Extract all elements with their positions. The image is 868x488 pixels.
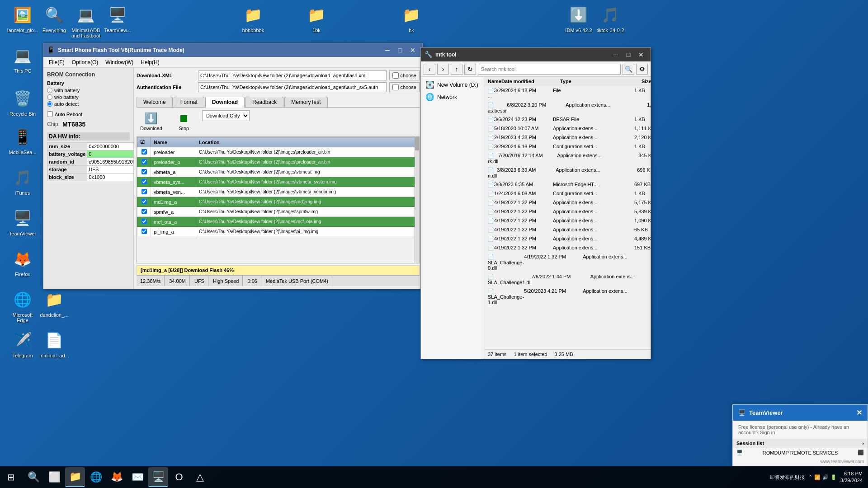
systray-up-arrow[interactable]: ⌃: [808, 474, 812, 480]
taskbar-icon-edge[interactable]: 🌐: [86, 467, 106, 487]
file-table-scroll[interactable]: ☑ Name Location preloader C:\Users\Thu Y…: [137, 137, 419, 236]
tv-session-item[interactable]: 🖥️ ROMDUMP REMOTE SERVICES ⬛: [733, 448, 868, 457]
taskbar-icon-mail[interactable]: ✉️: [127, 467, 147, 487]
list-item[interactable]: 📄 4/19/2022 1:32 PM Application extens..…: [484, 244, 651, 253]
file-checkbox-5[interactable]: [137, 197, 151, 207]
list-item[interactable]: 📄 2/19/2023 4:38 PM Application extens..…: [484, 133, 651, 142]
nav-new-volume[interactable]: 💽 New Volume (D:): [423, 79, 482, 91]
list-item[interactable]: 📄 rk.dll 7/20/2016 12:14 AM Application …: [484, 151, 651, 166]
desktop-icon-tiktok[interactable]: 🎵 tiktok-34-0-2: [592, 2, 628, 35]
mtk-back-button[interactable]: ‹: [424, 64, 435, 75]
tab-download[interactable]: Download: [205, 97, 245, 108]
table-row[interactable]: spmfw_a C:\Users\Thu Ya\Desktop\New fold…: [137, 207, 419, 217]
wo-battery-option[interactable]: w/o battery: [47, 94, 130, 100]
auto-reboot-checkbox[interactable]: [47, 111, 53, 117]
download-xml-input[interactable]: [198, 70, 387, 80]
table-row[interactable]: vbmeta_a C:\Users\Thu Ya\Desktop\New fol…: [137, 167, 419, 177]
desktop-icon-bbbbbbbk[interactable]: 📁 bbbbbbbk: [235, 2, 271, 35]
mtk-forward-button[interactable]: ›: [437, 64, 449, 75]
desktop-icon-lancelot[interactable]: 🖼️ lancelot_glo...: [5, 2, 41, 35]
table-row[interactable]: preloader C:\Users\Thu Ya\Desktop\New fo…: [137, 147, 419, 157]
download-xml-checkbox[interactable]: [392, 72, 399, 79]
mtk-up-button[interactable]: ↑: [451, 64, 462, 75]
list-item[interactable]: 📄 5/18/2020 10:07 AM Application extens.…: [484, 124, 651, 133]
nav-network[interactable]: 🌐 Network: [423, 91, 482, 103]
tab-readback[interactable]: Readback: [245, 97, 283, 107]
taskbar-icon-task-view[interactable]: ⬜: [44, 467, 64, 487]
table-row[interactable]: md1img_a C:\Users\Thu Ya\Desktop\New fol…: [137, 197, 419, 207]
desktop-icon-ms-edge[interactable]: 🌐 Microsoft Edge: [5, 287, 41, 325]
table-row[interactable]: vbmeta_ven... C:\Users\Thu Ya\Desktop\Ne…: [137, 187, 419, 197]
auto-detect-option[interactable]: auto detect: [47, 101, 130, 107]
desktop-icon-dandelion[interactable]: 📁 dandelion_...: [36, 287, 72, 319]
desktop-icon-bk[interactable]: 📁 bk: [393, 2, 429, 35]
mtk-close-button[interactable]: ✕: [635, 50, 647, 60]
tab-welcome[interactable]: Welcome: [137, 97, 173, 107]
taskbar-icon-file-explorer[interactable]: 📁: [65, 467, 85, 487]
list-item[interactable]: 📄 3/6/2024 12:23 PM BESAR File 1 KB: [484, 115, 651, 124]
taskbar-icon-search[interactable]: 🔍: [24, 467, 43, 487]
list-item[interactable]: 📄 SLA_Challenge-0.dll 4/19/2022 1:32 PM …: [484, 253, 651, 272]
tab-memorytest[interactable]: MemoryTest: [284, 97, 327, 107]
desktop-icon-mobile-sea[interactable]: 📱 MobileSea...: [5, 124, 41, 157]
list-item[interactable]: 📄 4/19/2022 1:32 PM Application extens..…: [484, 198, 651, 207]
tv-close-button[interactable]: ✕: [856, 408, 862, 417]
desktop-icon-teamviewer2[interactable]: 🖥️ TeamViewer: [5, 206, 41, 238]
close-button[interactable]: ✕: [407, 45, 419, 55]
list-item[interactable]: 📄 1/24/2024 6:08 AM Configuration setti.…: [484, 189, 651, 198]
taskbar-clock[interactable]: 6:18 PM 3/29/2024: [840, 470, 863, 484]
maximize-button[interactable]: □: [394, 45, 406, 55]
desktop-icon-teamviewer[interactable]: 🖥️ TeamView...: [99, 2, 136, 35]
list-item[interactable]: 📄 SLA_Challenge-1.dll 5/20/2023 4:21 PM …: [484, 287, 651, 305]
auth-file-checkbox[interactable]: [392, 84, 399, 90]
table-row[interactable]: vbmeta_sys... C:\Users\Thu Ya\Desktop\Ne…: [137, 177, 419, 187]
desktop-icon-itunes[interactable]: 🎵 iTunes: [5, 165, 41, 197]
desktop-icon-idm[interactable]: ⬇️ IDM v6.42.2: [561, 2, 597, 35]
list-item[interactable]: 📄 4/19/2022 1:32 PM Application extens..…: [484, 216, 651, 225]
desktop-icon-this-pc[interactable]: 💻 This PC: [5, 43, 41, 75]
file-checkbox-0[interactable]: [137, 147, 151, 157]
download-xml-choose-btn[interactable]: choose: [389, 70, 420, 80]
taskbar-icon-triangle[interactable]: △: [190, 467, 210, 487]
stop-button[interactable]: ⏹ Stop: [175, 110, 193, 133]
file-checkbox-3[interactable]: [137, 177, 151, 187]
list-item[interactable]: 📄 4/19/2022 1:32 PM Application extens..…: [484, 207, 651, 216]
table-row[interactable]: pi_img_a C:\Users\Thu Ya\Desktop\New fol…: [137, 227, 419, 237]
mtk-refresh-button[interactable]: ↻: [464, 64, 476, 75]
desktop-icon-recycle-bin[interactable]: 🗑️ Recycle Bin: [5, 86, 41, 118]
mtk-settings-button[interactable]: ⚙: [636, 64, 648, 75]
with-battery-radio[interactable]: [47, 88, 52, 93]
table-row[interactable]: mcf_ota_a C:\Users\Thu Ya\Desktop\New fo…: [137, 217, 419, 227]
menu-help[interactable]: Help(H): [137, 58, 163, 66]
file-checkbox-8[interactable]: [137, 227, 151, 237]
list-item[interactable]: 📄 n.dll 3/8/2023 6:39 AM Application ext…: [484, 166, 651, 180]
desktop-icon-everything[interactable]: 🔍 Everything: [36, 2, 72, 35]
scrollbar[interactable]: [415, 137, 419, 263]
start-button[interactable]: ⊞: [0, 466, 22, 488]
list-item[interactable]: 📄 3/8/2023 6:35 AM Microsoft Edge HT... …: [484, 180, 651, 189]
scroll-thumb[interactable]: [415, 137, 420, 150]
list-item[interactable]: 📄 4/19/2022 1:32 PM Application extens..…: [484, 235, 651, 244]
menu-window[interactable]: Window(W): [102, 58, 137, 66]
file-checkbox-2[interactable]: [137, 167, 151, 177]
desktop-icon-minimal-adb[interactable]: 💻 Minimal ADB and Fastboot: [68, 2, 104, 40]
mtk-maximize-button[interactable]: □: [623, 50, 634, 60]
mtk-search-button[interactable]: 🔍: [623, 64, 634, 75]
wo-battery-radio[interactable]: [47, 94, 52, 100]
auth-file-input[interactable]: [198, 82, 387, 92]
desktop-icon-telegram[interactable]: ✈️ Telegram: [5, 328, 41, 360]
list-item[interactable]: 📄 4/19/2022 1:32 PM Application extens..…: [484, 225, 651, 235]
menu-file[interactable]: File(F): [45, 58, 68, 66]
table-row[interactable]: preloader_b C:\Users\Thu Ya\Desktop\New …: [137, 157, 419, 167]
list-item[interactable]: 📄 3/29/2024 6:18 PM Configuration setti.…: [484, 142, 651, 151]
download-button[interactable]: ⬇️ Download: [137, 110, 166, 133]
file-checkbox-4[interactable]: [137, 187, 151, 197]
desktop-icon-1bk[interactable]: 📁 1bk: [298, 2, 335, 35]
list-item[interactable]: 📄 SLA_Challenge1.dll 7/6/2022 1:44 PM Ap…: [484, 272, 651, 287]
file-checkbox-1[interactable]: [137, 157, 151, 167]
file-checkbox-6[interactable]: [137, 207, 151, 217]
list-item[interactable]: 📄 ... 3/29/2024 6:18 PM File 1 KB: [484, 86, 651, 101]
desktop-icon-minimal-ad[interactable]: 📄 minimal_ad...: [36, 328, 72, 360]
taskbar-icon-firefox[interactable]: 🦊: [107, 467, 127, 487]
tab-format[interactable]: Format: [174, 97, 204, 107]
